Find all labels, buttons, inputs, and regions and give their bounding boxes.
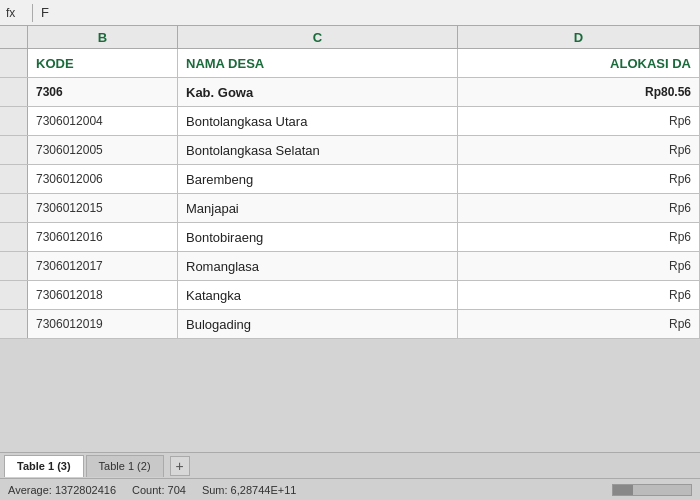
column-labels-row: KODE NAMA DESA ALOKASI DA — [0, 49, 700, 78]
cell-amount-7[interactable]: Rp6 — [458, 310, 700, 338]
row-num-6 — [0, 281, 28, 309]
status-info: Average: 1372802416 Count: 704 Sum: 6,28… — [8, 484, 296, 496]
header-cell-kode[interactable]: KODE — [28, 49, 178, 77]
header-cell-nama-desa[interactable]: NAMA DESA — [178, 49, 458, 77]
cell-nama-0[interactable]: Bontolangkasa Utara — [178, 107, 458, 135]
cell-nama-7[interactable]: Bulogading — [178, 310, 458, 338]
table-row: 7306012019 Bulogading Rp6 — [0, 310, 700, 339]
table-row: 7306012016 Bontobiraeng Rp6 — [0, 223, 700, 252]
formula-divider — [32, 4, 33, 22]
row-num-2 — [0, 165, 28, 193]
cell-amount-4[interactable]: Rp6 — [458, 223, 700, 251]
formula-value: F — [41, 5, 49, 20]
cell-kode-6[interactable]: 7306012018 — [28, 281, 178, 309]
row-num-4 — [0, 223, 28, 251]
cell-amount-1[interactable]: Rp6 — [458, 136, 700, 164]
cell-nama-3[interactable]: Manjapai — [178, 194, 458, 222]
status-right — [612, 484, 692, 496]
row-num-0 — [0, 107, 28, 135]
cell-nama-5[interactable]: Romanglasa — [178, 252, 458, 280]
table-row: 7306012004 Bontolangkasa Utara Rp6 — [0, 107, 700, 136]
add-sheet-button[interactable]: + — [170, 456, 190, 476]
cell-kode-2[interactable]: 7306012006 — [28, 165, 178, 193]
cell-kode-4[interactable]: 7306012016 — [28, 223, 178, 251]
row-num-1 — [0, 136, 28, 164]
row-num-header — [0, 49, 28, 77]
table-row: 7306012005 Bontolangkasa Selatan Rp6 — [0, 136, 700, 165]
tab-bar: Table 1 (3)Table 1 (2) + — [0, 452, 700, 478]
cell-kode-7[interactable]: 7306012019 — [28, 310, 178, 338]
data-rows-container: 7306012004 Bontolangkasa Utara Rp6 73060… — [0, 107, 700, 339]
header-cell-alokasi[interactable]: ALOKASI DA — [458, 49, 700, 77]
col-header-b[interactable]: B — [28, 26, 178, 48]
sheet-tab-0[interactable]: Table 1 (3) — [4, 455, 84, 477]
status-sum: Sum: 6,28744E+11 — [202, 484, 297, 496]
cell-kode-0[interactable]: 7306012004 — [28, 107, 178, 135]
status-bar: Average: 1372802416 Count: 704 Sum: 6,28… — [0, 478, 700, 500]
status-count: Count: 704 — [132, 484, 186, 496]
row-num-7 — [0, 310, 28, 338]
cell-amount-6[interactable]: Rp6 — [458, 281, 700, 309]
sheet-tabs: Table 1 (3)Table 1 (2) — [4, 455, 166, 477]
summary-row-num — [0, 78, 28, 106]
cell-nama-4[interactable]: Bontobiraeng — [178, 223, 458, 251]
table-row: 7306012018 Katangka Rp6 — [0, 281, 700, 310]
cell-amount-2[interactable]: Rp6 — [458, 165, 700, 193]
table-row: 7306012006 Barembeng Rp6 — [0, 165, 700, 194]
spreadsheet-area: B C D KODE NAMA DESA ALOKASI DA 7306 Kab… — [0, 26, 700, 452]
summary-nama[interactable]: Kab. Gowa — [178, 78, 458, 106]
cell-amount-3[interactable]: Rp6 — [458, 194, 700, 222]
summary-kode[interactable]: 7306 — [28, 78, 178, 106]
row-num-5 — [0, 252, 28, 280]
horizontal-scrollbar[interactable] — [612, 484, 692, 496]
cell-kode-1[interactable]: 7306012005 — [28, 136, 178, 164]
cell-amount-5[interactable]: Rp6 — [458, 252, 700, 280]
table-row: 7306012017 Romanglasa Rp6 — [0, 252, 700, 281]
sheet-tab-1[interactable]: Table 1 (2) — [86, 455, 164, 477]
row-num-3 — [0, 194, 28, 222]
scroll-indicator[interactable] — [612, 484, 692, 496]
scroll-thumb — [613, 485, 633, 495]
formula-fx-label: fx — [6, 6, 22, 20]
cell-kode-5[interactable]: 7306012017 — [28, 252, 178, 280]
cell-amount-0[interactable]: Rp6 — [458, 107, 700, 135]
column-header-row: B C D — [0, 26, 700, 49]
cell-kode-3[interactable]: 7306012015 — [28, 194, 178, 222]
summary-amount[interactable]: Rp80.56 — [458, 78, 700, 106]
cell-nama-1[interactable]: Bontolangkasa Selatan — [178, 136, 458, 164]
row-num-header-blank — [0, 26, 28, 48]
cell-nama-2[interactable]: Barembeng — [178, 165, 458, 193]
formula-bar: fx F — [0, 0, 700, 26]
table-body: KODE NAMA DESA ALOKASI DA 7306 Kab. Gowa… — [0, 49, 700, 452]
summary-row: 7306 Kab. Gowa Rp80.56 — [0, 78, 700, 107]
cell-nama-6[interactable]: Katangka — [178, 281, 458, 309]
table-row: 7306012015 Manjapai Rp6 — [0, 194, 700, 223]
col-header-c[interactable]: C — [178, 26, 458, 48]
status-average: Average: 1372802416 — [8, 484, 116, 496]
col-header-d[interactable]: D — [458, 26, 700, 48]
